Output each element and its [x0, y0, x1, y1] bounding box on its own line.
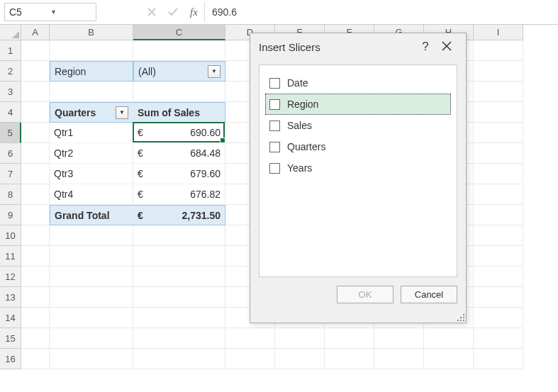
- cell-I16[interactable]: [474, 349, 523, 369]
- name-box[interactable]: C5 ▼: [4, 3, 96, 21]
- cell-A15[interactable]: [21, 328, 50, 349]
- cell-I9[interactable]: [474, 205, 523, 225]
- cell-C7[interactable]: €679.60: [133, 164, 225, 184]
- cell-C1[interactable]: [133, 40, 225, 61]
- formula-input[interactable]: 690.6: [205, 6, 558, 18]
- cell-B5[interactable]: Qtr1: [50, 123, 133, 143]
- cell-B10[interactable]: [50, 225, 133, 246]
- cell-A8[interactable]: [21, 184, 50, 205]
- cell-I10[interactable]: [474, 225, 523, 246]
- cell-A9[interactable]: [21, 205, 50, 225]
- cell-B3[interactable]: [50, 82, 133, 102]
- cell-I5[interactable]: [474, 123, 523, 143]
- cell-H16[interactable]: [424, 349, 474, 369]
- slicer-option-years[interactable]: Years: [265, 157, 451, 179]
- cell-F15[interactable]: [325, 328, 374, 349]
- row-header-13[interactable]: 13: [0, 287, 21, 308]
- cell-A13[interactable]: [21, 287, 50, 308]
- cell-C11[interactable]: [133, 246, 225, 267]
- name-box-dropdown-icon[interactable]: ▼: [50, 9, 91, 16]
- select-all-corner[interactable]: [0, 25, 21, 40]
- row-header-8[interactable]: 8: [0, 184, 21, 205]
- filter-dropdown-icon[interactable]: ▼: [208, 65, 221, 78]
- cell-C3[interactable]: [133, 82, 225, 102]
- cell-A5[interactable]: [21, 123, 50, 143]
- dialog-titlebar[interactable]: Insert Slicers ?: [250, 33, 466, 60]
- cell-B8[interactable]: Qtr4: [50, 184, 133, 205]
- cell-C12[interactable]: [133, 267, 225, 287]
- ok-button[interactable]: OK: [337, 286, 394, 303]
- row-header-15[interactable]: 15: [0, 328, 21, 349]
- checkbox-icon[interactable]: [269, 99, 280, 110]
- cell-E16[interactable]: [275, 349, 325, 369]
- cell-I14[interactable]: [474, 308, 523, 328]
- cell-H15[interactable]: [424, 328, 474, 349]
- resize-grip-icon[interactable]: [456, 313, 464, 321]
- help-icon[interactable]: ?: [415, 40, 436, 54]
- cell-B6[interactable]: Qtr2: [50, 143, 133, 164]
- col-header-I[interactable]: I: [474, 25, 523, 40]
- slicer-option-date[interactable]: Date: [265, 72, 451, 94]
- col-header-C[interactable]: C: [133, 25, 225, 40]
- cell-C16[interactable]: [133, 349, 225, 369]
- cell-C9[interactable]: €2,731.50: [133, 205, 225, 225]
- cell-B11[interactable]: [50, 246, 133, 267]
- checkbox-icon[interactable]: [269, 78, 280, 89]
- cell-G15[interactable]: [374, 328, 424, 349]
- checkbox-icon[interactable]: [269, 163, 280, 174]
- cell-B7[interactable]: Qtr3: [50, 164, 133, 184]
- cell-C8[interactable]: €676.82: [133, 184, 225, 205]
- row-header-6[interactable]: 6: [0, 143, 21, 164]
- cell-I12[interactable]: [474, 267, 523, 287]
- row-header-12[interactable]: 12: [0, 267, 21, 287]
- cell-G16[interactable]: [374, 349, 424, 369]
- cell-C2[interactable]: (All)▼: [133, 61, 225, 82]
- row-header-9[interactable]: 9: [0, 205, 21, 225]
- cell-I11[interactable]: [474, 246, 523, 267]
- cell-B15[interactable]: [50, 328, 133, 349]
- checkbox-icon[interactable]: [269, 121, 280, 131]
- cell-A10[interactable]: [21, 225, 50, 246]
- row-header-11[interactable]: 11: [0, 246, 21, 267]
- cell-A2[interactable]: [21, 61, 50, 82]
- cell-A4[interactable]: [21, 102, 50, 123]
- row-header-2[interactable]: 2: [0, 61, 21, 82]
- cell-D16[interactable]: [225, 349, 275, 369]
- cell-I8[interactable]: [474, 184, 523, 205]
- cell-A11[interactable]: [21, 246, 50, 267]
- cell-B14[interactable]: [50, 308, 133, 328]
- col-header-A[interactable]: A: [21, 25, 50, 40]
- cell-A12[interactable]: [21, 267, 50, 287]
- cell-A3[interactable]: [21, 82, 50, 102]
- cell-B16[interactable]: [50, 349, 133, 369]
- cell-B2[interactable]: Region: [50, 61, 133, 82]
- cell-B13[interactable]: [50, 287, 133, 308]
- slicer-option-region[interactable]: Region: [265, 94, 451, 115]
- cell-C6[interactable]: €684.48: [133, 143, 225, 164]
- cell-C5[interactable]: €690.60: [133, 123, 225, 143]
- slicer-option-quarters[interactable]: Quarters: [265, 136, 451, 157]
- cell-B12[interactable]: [50, 267, 133, 287]
- cell-I7[interactable]: [474, 164, 523, 184]
- cell-C15[interactable]: [133, 328, 225, 349]
- cell-A6[interactable]: [21, 143, 50, 164]
- cell-D15[interactable]: [225, 328, 275, 349]
- close-icon[interactable]: [436, 41, 457, 53]
- cell-I2[interactable]: [474, 61, 523, 82]
- cell-F16[interactable]: [325, 349, 374, 369]
- col-header-B[interactable]: B: [50, 25, 133, 40]
- cell-A1[interactable]: [21, 40, 50, 61]
- slicer-option-sales[interactable]: Sales: [265, 115, 451, 136]
- cell-C10[interactable]: [133, 225, 225, 246]
- cell-I3[interactable]: [474, 82, 523, 102]
- cell-B4[interactable]: Quarters▼: [50, 102, 133, 123]
- row-header-5[interactable]: 5: [0, 123, 21, 143]
- row-header-4[interactable]: 4: [0, 102, 21, 123]
- cancel-button[interactable]: Cancel: [401, 286, 457, 303]
- row-header-1[interactable]: 1: [0, 40, 21, 61]
- rows-dropdown-icon[interactable]: ▼: [116, 106, 128, 119]
- cell-I13[interactable]: [474, 287, 523, 308]
- cell-I1[interactable]: [474, 40, 523, 61]
- cell-A14[interactable]: [21, 308, 50, 328]
- cell-I15[interactable]: [474, 328, 523, 349]
